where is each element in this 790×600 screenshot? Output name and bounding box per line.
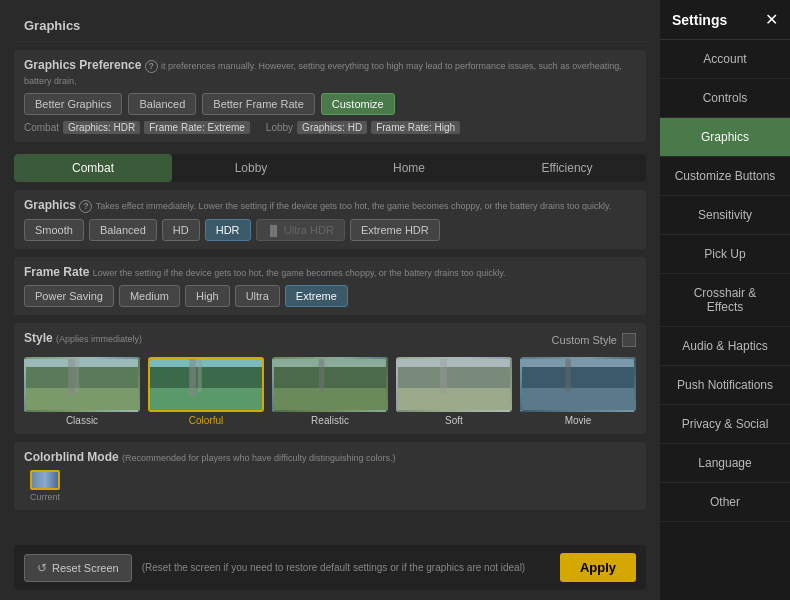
style-soft[interactable]: Soft [396,357,512,426]
svg-rect-20 [522,359,634,367]
reset-icon: ↺ [37,561,47,575]
fps-extreme[interactable]: Extreme [285,285,348,307]
tab-lobby[interactable]: Lobby [172,154,330,182]
gfx-smooth[interactable]: Smooth [24,219,84,241]
sidebar-item-controls[interactable]: Controls [660,79,790,118]
fps-medium[interactable]: Medium [119,285,180,307]
swatch-2-current[interactable]: Current [30,470,60,502]
pref-combat-info: Combat Graphics: HDR Frame Rate: Extreme [24,121,250,134]
tab-efficiency[interactable]: Efficiency [488,154,646,182]
svg-rect-21 [565,359,571,392]
svg-rect-2 [26,359,138,367]
pref-btn-customize[interactable]: Customize [321,93,395,115]
fps-ultra[interactable]: Ultra [235,285,280,307]
main-content: Graphics Graphics Preference ? it prefer… [0,0,660,600]
style-colorful[interactable]: Colorful [148,357,264,426]
style-colorful-img [148,357,264,412]
graphics-preference-section: Graphics Preference ? it preferences man… [14,50,646,142]
colorblind-section: Colorblind Mode (Recommended for players… [14,442,646,510]
svg-rect-12 [274,359,386,367]
sidebar-item-privacy-social[interactable]: Privacy & Social [660,405,790,444]
gfx-hdr[interactable]: HDR [205,219,251,241]
sidebar-item-sensitivity[interactable]: Sensitivity [660,196,790,235]
reset-screen-button[interactable]: ↺ Reset Screen [24,554,132,582]
svg-rect-16 [398,359,510,367]
style-classic[interactable]: Classic [24,357,140,426]
gfx-balanced[interactable]: Balanced [89,219,157,241]
style-soft-img [396,357,512,412]
tab-row: Combat Lobby Home Efficiency [14,154,646,182]
custom-style-checkbox[interactable] [622,333,636,347]
style-movie[interactable]: Movie [520,357,636,426]
sidebar-item-crosshair-effects[interactable]: Crosshair & Effects [660,274,790,327]
style-title: Style (Applies immediately) [24,331,142,345]
sidebar-item-account[interactable]: Account [660,40,790,79]
style-header: Style (Applies immediately) Custom Style [24,331,636,349]
style-colorful-label: Colorful [148,415,264,426]
gfx-ultra-hdr[interactable]: ▐▌ Ultra HDR [256,219,345,241]
pref-btn-better-graphics[interactable]: Better Graphics [24,93,122,115]
sidebar-header: Settings ✕ [660,0,790,40]
style-realistic-img [272,357,388,412]
svg-rect-8 [189,359,196,396]
reset-note: (Reset the screen if you need to restore… [142,562,550,573]
sidebar-item-customize-buttons[interactable]: Customize Buttons [660,157,790,196]
gfx-extreme-hdr[interactable]: Extreme HDR [350,219,440,241]
fps-power-saving[interactable]: Power Saving [24,285,114,307]
style-realistic[interactable]: Realistic [272,357,388,426]
sidebar-item-audio-haptics[interactable]: Audio & Haptics [660,327,790,366]
svg-rect-7 [150,359,262,367]
info-icon[interactable]: ? [145,60,158,73]
sidebar-item-other[interactable]: Other [660,483,790,522]
sidebar-item-push-notifications[interactable]: Push Notifications [660,366,790,405]
style-movie-label: Movie [520,415,636,426]
frame-rate-section: Frame Rate Lower the setting if the devi… [14,257,646,315]
sidebar-item-pick-up[interactable]: Pick Up [660,235,790,274]
colorblind-title: Colorblind Mode (Recommended for players… [24,450,636,464]
graphics-info-icon[interactable]: ? [79,200,92,213]
style-realistic-label: Realistic [272,415,388,426]
sidebar-item-graphics[interactable]: Graphics [660,118,790,157]
style-section: Style (Applies immediately) Custom Style [14,323,646,434]
frame-rate-title: Frame Rate Lower the setting if the devi… [24,265,636,279]
pref-buttons-row: Better Graphics Balanced Better Frame Ra… [24,93,636,115]
tab-combat[interactable]: Combat [14,154,172,182]
svg-rect-11 [274,388,386,410]
style-thumbnails: Classic Colorful [24,357,636,426]
svg-rect-1 [26,388,138,410]
svg-rect-13 [319,359,325,392]
pref-btn-better-frame-rate[interactable]: Better Frame Rate [202,93,314,115]
apply-button[interactable]: Apply [560,553,636,582]
svg-rect-4 [75,359,79,392]
style-classic-img [24,357,140,412]
pref-lobby-info: Lobby Graphics: HD Frame Rate: High [266,121,460,134]
gfx-hd[interactable]: HD [162,219,200,241]
graphics-quality-options: Smooth Balanced HD HDR ▐▌ Ultra HDR Extr… [24,219,636,241]
settings-sidebar: Settings ✕ Account Controls Graphics Cus… [660,0,790,600]
tab-home[interactable]: Home [330,154,488,182]
sidebar-title: Settings [672,12,727,28]
svg-rect-15 [398,388,510,410]
svg-rect-19 [522,388,634,410]
pref-title: Graphics Preference ? it preferences man… [24,58,636,87]
bottom-bar: ↺ Reset Screen (Reset the screen if you … [14,545,646,590]
custom-style-toggle[interactable]: Custom Style [552,333,636,347]
page-title: Graphics [14,10,646,42]
graphics-quality-section: Graphics ? Takes effect immediately. Low… [14,190,646,249]
svg-rect-17 [440,359,447,394]
frame-rate-options: Power Saving Medium High Ultra Extreme [24,285,636,307]
svg-rect-3 [68,359,75,395]
pref-btn-balanced[interactable]: Balanced [128,93,196,115]
sidebar-item-language[interactable]: Language [660,444,790,483]
svg-rect-9 [198,359,202,392]
svg-rect-6 [150,388,262,410]
style-soft-label: Soft [396,415,512,426]
fps-high[interactable]: High [185,285,230,307]
close-button[interactable]: ✕ [765,10,778,29]
colorblind-swatches: Current [24,470,636,502]
graphics-quality-title: Graphics ? Takes effect immediately. Low… [24,198,636,213]
style-movie-img [520,357,636,412]
swatch-img-2 [30,470,60,490]
pref-info-row: Combat Graphics: HDR Frame Rate: Extreme… [24,121,636,134]
style-classic-label: Classic [24,415,140,426]
